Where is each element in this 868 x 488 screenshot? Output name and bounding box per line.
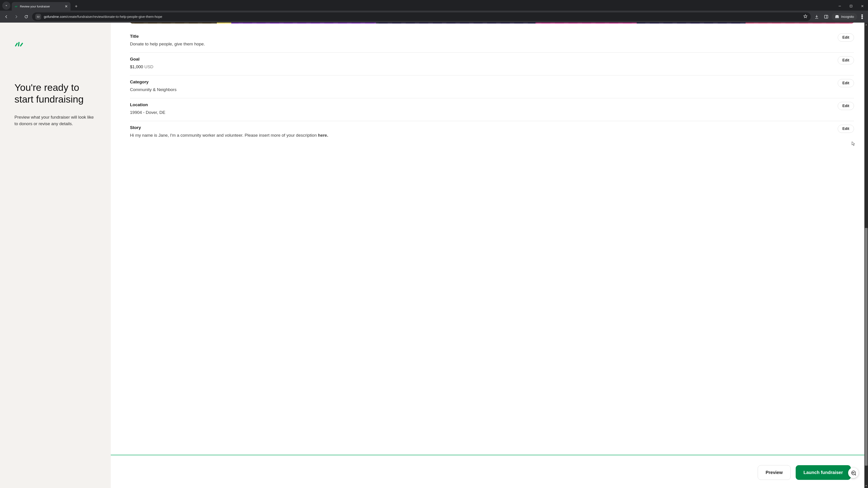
category-value: Community & Neighbors [130,87,838,92]
story-label: Story [130,125,838,130]
browser-toolbar: gofundme.com/create/fundraiser/review/do… [0,11,868,23]
page-subtext: Preview what your fundraiser will look l… [14,114,97,127]
vertical-scrollbar[interactable] [864,23,868,488]
svg-point-6 [853,473,854,473]
story-value: Hi my name is Jane, I'm a community work… [130,133,838,138]
review-row-story: Story Hi my name is Jane, I'm a communit… [130,121,854,144]
browser-menu-button[interactable] [859,14,866,19]
review-row-title: Title Donate to help people, give them h… [130,30,854,53]
incognito-label: Incognito [841,15,854,19]
downloads-icon[interactable] [813,13,821,21]
nav-reload-button[interactable] [22,13,30,21]
incognito-indicator[interactable]: Incognito [832,13,857,20]
svg-point-7 [854,473,854,473]
address-bar[interactable]: gofundme.com/create/fundraiser/review/do… [32,12,811,21]
window-controls [834,2,868,11]
tab-title: Review your fundraiser [20,5,62,8]
url-text: gofundme.com/create/fundraiser/review/do… [44,15,800,19]
tab-close-button[interactable] [64,4,68,8]
page-headline: You're ready to start fundraising [14,82,97,105]
help-chat-button[interactable] [848,468,859,478]
site-info-icon[interactable] [35,14,41,20]
bookmark-star-icon[interactable] [803,14,808,19]
browser-tab[interactable]: Review your fundraiser [12,2,70,11]
location-label: Location [130,102,838,107]
preview-button[interactable]: Preview [758,465,791,480]
edit-story-button[interactable]: Edit [838,125,854,133]
gofundme-logo-icon[interactable] [14,41,97,48]
edit-location-button[interactable]: Edit [838,102,854,110]
svg-rect-0 [850,5,852,7]
edit-goal-button[interactable]: Edit [838,56,854,64]
svg-point-5 [852,473,853,473]
side-panel-icon[interactable] [822,13,830,21]
scroll-down-icon[interactable] [865,484,867,488]
window-close-button[interactable] [857,2,868,11]
window-minimize-button[interactable] [834,2,845,11]
nav-back-button[interactable] [2,13,10,21]
svg-point-2 [862,14,863,15]
gofundme-favicon-icon [14,4,18,8]
launch-fundraiser-button[interactable]: Launch fundraiser [796,465,851,480]
scroll-thumb[interactable] [865,228,868,466]
title-value: Donate to help people, give them hope. [130,41,838,46]
goal-value: $1,000 USD [130,64,838,69]
left-panel: You're ready to start fundraising Previe… [0,23,111,488]
scroll-track[interactable] [864,27,868,484]
goal-label: Goal [130,57,838,62]
location-value: 19904 - Dover, DE [130,110,838,115]
titlebar: Review your fundraiser + [0,0,868,11]
nav-forward-button[interactable] [12,13,20,21]
svg-rect-1 [825,15,828,18]
review-panel: Title Donate to help people, give them h… [111,23,868,488]
window-maximize-button[interactable] [845,2,857,11]
edit-category-button[interactable]: Edit [838,79,854,87]
svg-point-3 [862,16,863,17]
tab-search-button[interactable] [2,2,10,10]
scroll-up-icon[interactable] [865,23,867,27]
category-label: Category [130,79,838,85]
cover-photo-preview[interactable] [130,23,854,24]
footer-actions: Preview Launch fundraiser [111,455,865,488]
svg-point-4 [862,18,863,19]
new-tab-button[interactable]: + [73,3,80,10]
title-label: Title [130,34,838,39]
review-row-category: Category Community & Neighbors Edit [130,75,854,98]
review-row-location: Location 19904 - Dover, DE Edit [130,98,854,121]
review-row-goal: Goal $1,000 USD Edit [130,53,854,75]
edit-title-button[interactable]: Edit [838,33,854,41]
